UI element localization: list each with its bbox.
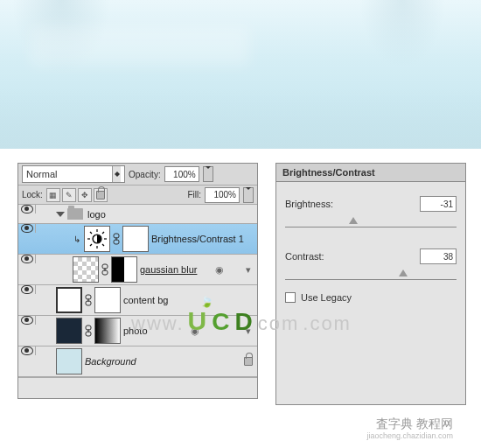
lock-buttons: ▦ ✎ ✥ xyxy=(46,188,108,202)
layers-top-row: Normal Opacity: 100% xyxy=(18,164,257,186)
layers-panel-footer xyxy=(18,377,257,398)
expand-arrow-icon[interactable]: ▾ xyxy=(242,325,254,337)
layer-thumb[interactable] xyxy=(56,287,82,313)
layer-thumb[interactable] xyxy=(73,256,99,283)
visibility-toggle[interactable] xyxy=(18,205,36,214)
clip-indicator-icon: ↳ xyxy=(73,234,81,244)
layer-background[interactable]: Background xyxy=(18,346,257,377)
opacity-label: Opacity: xyxy=(129,170,161,179)
smart-object-icon: ◉ xyxy=(189,325,201,337)
mask-thumb[interactable] xyxy=(94,287,121,313)
layer-group-logo[interactable]: logo xyxy=(18,205,257,224)
brightness-input[interactable]: -31 xyxy=(420,196,457,212)
eye-icon xyxy=(21,316,33,325)
link-icon xyxy=(85,294,92,306)
lock-position-icon[interactable]: ✥ xyxy=(78,188,92,202)
lock-transparency-icon[interactable]: ▦ xyxy=(46,188,60,202)
visibility-toggle[interactable] xyxy=(18,255,36,263)
fill-input[interactable]: 100% xyxy=(205,187,240,203)
layer-content-bg[interactable]: content bg xyxy=(18,285,257,316)
fill-label: Fill: xyxy=(187,190,201,200)
blend-mode-value: Normal xyxy=(26,169,57,179)
layer-gaussian-blur[interactable]: gaussian blur ◉ ▾ xyxy=(18,255,257,285)
visibility-toggle[interactable] xyxy=(18,285,36,294)
use-legacy-label: Use Legacy xyxy=(301,292,352,303)
adjustment-thumb[interactable] xyxy=(84,226,110,252)
mask-thumb[interactable] xyxy=(111,256,137,283)
contrast-label: Contrast: xyxy=(285,251,413,262)
source-line2: jiaocheng.chazidian.com xyxy=(366,431,453,441)
smart-object-icon: ◉ xyxy=(213,263,226,276)
eye-icon xyxy=(21,205,33,214)
layer-name: gaussian blur xyxy=(140,264,197,275)
link-icon xyxy=(101,263,108,276)
mask-thumb[interactable] xyxy=(122,226,149,252)
lock-icon xyxy=(242,355,254,368)
layer-brightness-contrast[interactable]: ↳ Brightness/Contrast 1 xyxy=(18,224,257,255)
slider-handle-icon[interactable] xyxy=(399,270,408,276)
eye-icon xyxy=(21,224,33,233)
layer-name: Background xyxy=(85,356,136,367)
brightness-label: Brightness: xyxy=(285,199,413,209)
layer-thumb[interactable] xyxy=(56,318,82,344)
svg-line-7 xyxy=(102,244,104,246)
mask-thumb[interactable] xyxy=(94,318,121,344)
folder-icon xyxy=(67,208,83,220)
use-legacy-checkbox[interactable]: Use Legacy xyxy=(285,292,457,303)
slider-handle-icon[interactable] xyxy=(349,217,358,224)
layer-name: Brightness/Contrast 1 xyxy=(151,234,244,244)
checkbox-icon xyxy=(285,292,296,303)
visibility-toggle[interactable] xyxy=(18,346,36,355)
contrast-input[interactable]: 38 xyxy=(420,248,457,264)
blend-mode-select[interactable]: Normal xyxy=(22,165,125,183)
brightness-contrast-panel: Brightness/Contrast Brightness: -31 Cont… xyxy=(275,163,466,405)
brightness-contrast-icon xyxy=(87,228,108,249)
fill-dropdown-button[interactable] xyxy=(243,187,254,203)
panel-title: Brightness/Contrast xyxy=(276,164,465,182)
link-icon xyxy=(85,325,92,337)
brightness-slider[interactable] xyxy=(285,215,457,228)
lock-row: Lock: ▦ ✎ ✥ Fill: 100% xyxy=(18,186,257,205)
contrast-slider[interactable] xyxy=(285,268,457,280)
group-expand-icon[interactable] xyxy=(56,212,65,217)
visibility-toggle[interactable] xyxy=(18,316,36,325)
blend-mode-arrows-icon xyxy=(112,166,121,182)
opacity-input[interactable]: 100% xyxy=(164,166,199,182)
eye-icon xyxy=(21,346,33,355)
layer-thumb[interactable] xyxy=(56,348,82,374)
link-icon xyxy=(113,233,120,245)
layer-name: logo xyxy=(87,209,106,220)
expand-arrow-icon[interactable]: ▾ xyxy=(242,263,254,276)
opacity-dropdown-button[interactable] xyxy=(203,166,213,182)
svg-line-8 xyxy=(90,244,92,246)
layer-name: photo xyxy=(123,326,148,336)
source-line1: 査字典 教程网 xyxy=(366,416,453,431)
eye-icon xyxy=(21,255,33,263)
layer-photo[interactable]: photo ◉ ▾ xyxy=(18,316,257,346)
layers-panel: Normal Opacity: 100% Lock: ▦ ✎ ✥ Fill: 1… xyxy=(17,163,258,399)
lock-pixels-icon[interactable]: ✎ xyxy=(62,188,76,202)
layer-name: content bg xyxy=(123,295,168,305)
svg-line-6 xyxy=(90,232,92,234)
lock-all-icon[interactable] xyxy=(94,188,108,202)
visibility-toggle[interactable] xyxy=(18,224,36,233)
preview-banner xyxy=(0,0,481,149)
source-watermark: 査字典 教程网 jiaocheng.chazidian.com xyxy=(366,416,453,441)
lock-label: Lock: xyxy=(22,190,43,200)
svg-line-9 xyxy=(102,232,104,234)
eye-icon xyxy=(21,285,33,294)
blur-area xyxy=(31,26,249,66)
